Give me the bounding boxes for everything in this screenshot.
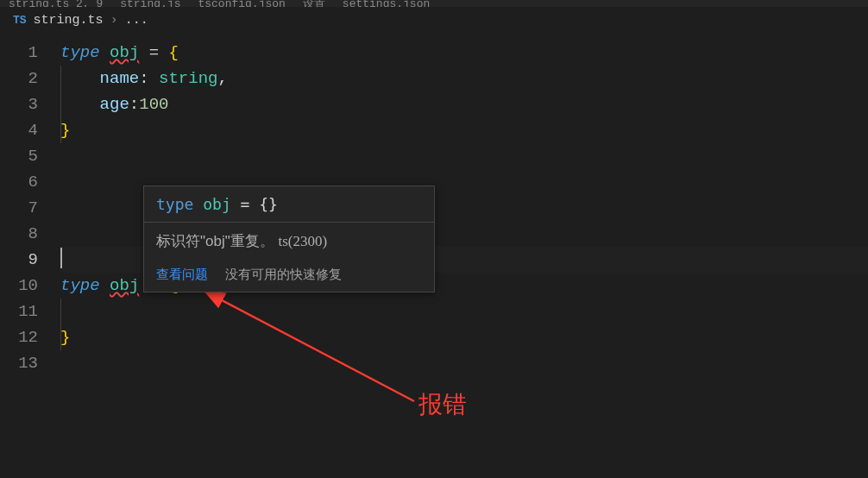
punctuation: = {} (231, 195, 278, 213)
hover-message: 标识符"obj"重复。 ts(2300) (144, 222, 434, 260)
chevron-right-icon: › (110, 13, 118, 28)
keyword-type: type (60, 43, 100, 62)
line-number: 8 (0, 221, 38, 247)
code-line[interactable] (60, 299, 868, 324)
line-number: 9 (0, 247, 38, 273)
type-identifier: obj (110, 276, 139, 295)
code-line[interactable]: age:100 (60, 91, 868, 117)
tab-settings-zh[interactable]: 设置 (303, 0, 325, 7)
tab-settings-json[interactable]: settings.json (343, 0, 430, 7)
tab-string-ts[interactable]: string.ts 2, 9 (9, 0, 103, 7)
breadcrumb-current[interactable]: ... (125, 13, 148, 28)
punctuation: : (139, 69, 159, 88)
type-string: string (159, 69, 217, 88)
code-line[interactable]: name: string, (60, 66, 868, 91)
view-problem-link[interactable]: 查看问题 (156, 267, 208, 283)
code-line[interactable]: } (60, 324, 868, 350)
ts-badge-icon: TS (13, 14, 27, 27)
tab-tsconfig[interactable]: tsconfig.json (198, 0, 285, 7)
number-literal: 100 (139, 95, 168, 114)
punctuation: , (217, 69, 227, 88)
hover-signature: type obj = {} (144, 186, 434, 222)
line-number: 6 (0, 169, 38, 195)
code-line[interactable]: type obj = { (60, 40, 868, 66)
hover-actions: 查看问题 没有可用的快速修复 (144, 260, 434, 292)
punctuation: = (139, 43, 168, 62)
close-brace: } (60, 121, 70, 140)
line-number: 11 (0, 299, 38, 324)
line-number: 12 (0, 324, 38, 350)
line-number: 4 (0, 117, 38, 143)
open-brace: { (168, 43, 178, 62)
line-number: 7 (0, 195, 38, 221)
error-code: ts(2300) (278, 233, 327, 249)
line-number-gutter: 1 2 3 4 5 6 7 8 9 10 11 12 13 (0, 40, 60, 376)
keyword-type: type (156, 195, 193, 213)
code-line[interactable] (60, 350, 868, 376)
property-name: age (100, 95, 129, 114)
type-identifier: obj (203, 195, 231, 213)
tab-string-js[interactable]: string.js (120, 0, 180, 7)
hover-tooltip: type obj = {} 标识符"obj"重复。 ts(2300) 查看问题 … (143, 186, 435, 292)
breadcrumb-file[interactable]: string.ts (34, 13, 104, 28)
line-number: 10 (0, 273, 38, 299)
line-number: 2 (0, 66, 38, 91)
punctuation: : (129, 95, 139, 114)
tab-bar: string.ts 2, 9 string.js tsconfig.json 设… (0, 0, 868, 7)
annotation-label: 报错 (418, 388, 467, 421)
code-line[interactable] (60, 143, 868, 169)
line-number: 13 (0, 350, 38, 376)
error-message: 标识符"obj"重复。 (156, 233, 278, 249)
type-identifier: obj (110, 43, 139, 62)
line-number: 5 (0, 143, 38, 169)
property-name: name (100, 69, 140, 88)
keyword-type: type (60, 276, 100, 295)
line-number: 1 (0, 40, 38, 66)
code-line[interactable]: } (60, 117, 868, 143)
line-number: 3 (0, 91, 38, 117)
text-cursor (60, 248, 62, 268)
breadcrumb[interactable]: TS string.ts › ... (0, 7, 868, 33)
close-brace: } (60, 328, 70, 347)
no-quickfix-label: 没有可用的快速修复 (225, 267, 342, 283)
